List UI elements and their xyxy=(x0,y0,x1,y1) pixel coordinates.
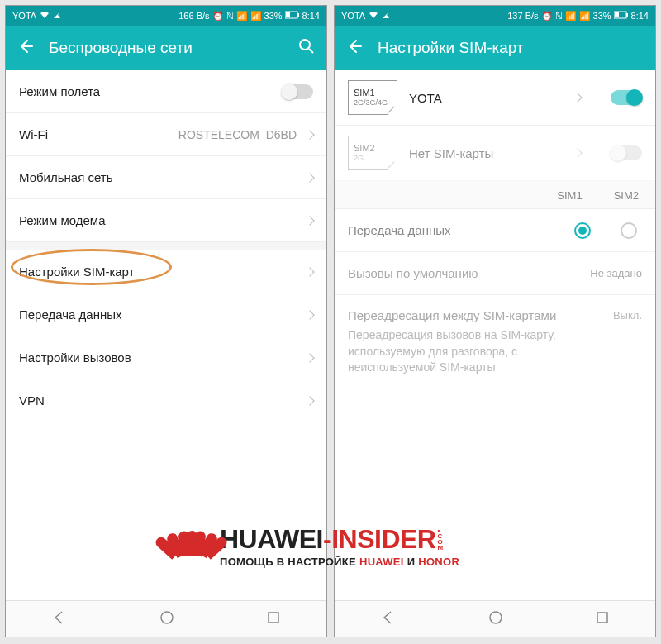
row-mobile-network[interactable]: Мобильная сеть xyxy=(6,156,326,199)
forwarding-title: Переадресация между SIM-картами xyxy=(348,307,563,324)
alarm-icon: ⏰ xyxy=(212,11,224,21)
net-speed: 166 B/s xyxy=(178,11,209,21)
svg-line-4 xyxy=(309,49,313,53)
row-vpn[interactable]: VPN xyxy=(6,379,326,422)
sim-slot-name: SIM2 xyxy=(354,144,392,153)
chevron-right-icon xyxy=(305,310,314,319)
send-icon xyxy=(53,11,61,21)
nav-back-icon[interactable] xyxy=(52,610,67,628)
nfc-icon: ℕ xyxy=(555,11,563,21)
row-call-forwarding[interactable]: Переадресация между SIM-картами Переадре… xyxy=(335,295,655,388)
signal-icon: 📶 xyxy=(236,11,248,21)
sim-slot-modes: 2G xyxy=(354,155,392,162)
nav-recent-icon[interactable] xyxy=(596,611,609,627)
carrier-label: YOTA xyxy=(12,11,36,21)
phone-wireless-settings: YOTA 166 B/s ⏰ ℕ 📶 📶 33% 8:14 xyxy=(5,5,327,637)
chevron-right-icon xyxy=(305,173,314,182)
clock: 8:14 xyxy=(302,11,320,21)
back-icon[interactable] xyxy=(346,38,363,58)
carrier-label: YOTA xyxy=(341,11,365,21)
row-sim-settings[interactable]: Настройки SIM-карт xyxy=(6,250,326,293)
header: Беспроводные сети xyxy=(6,26,326,70)
clock: 8:14 xyxy=(631,11,649,21)
row-data-transfer[interactable]: Передача данных xyxy=(6,293,326,336)
svg-point-10 xyxy=(490,612,502,623)
sim2-toggle xyxy=(611,145,642,160)
sim-slot-modes: 2G/3G/4G xyxy=(354,99,392,107)
row-wifi[interactable]: Wi-Fi ROSTELECOM_D6BD xyxy=(6,113,326,156)
row-label: VPN xyxy=(19,394,45,408)
radio-group xyxy=(574,222,637,239)
signal-icon: 📶 xyxy=(565,11,577,21)
row-data-transfer[interactable]: Передача данных xyxy=(335,209,655,252)
nav-home-icon[interactable] xyxy=(488,610,503,628)
forwarding-value: Выкл. xyxy=(613,308,642,323)
row-label: Передача данных xyxy=(19,308,122,322)
row-label: Настройки SIM-карт xyxy=(19,265,135,279)
sim-columns-header: SIM1 SIM2 xyxy=(335,181,655,209)
chevron-right-icon xyxy=(573,148,582,157)
sim-carrier: Нет SIM-карты xyxy=(409,146,563,160)
net-speed: 137 B/s xyxy=(507,11,538,21)
row-label: Настройки вызовов xyxy=(19,351,131,365)
sim1-row[interactable]: SIM1 2G/3G/4G YOTA xyxy=(335,70,655,126)
nav-bar xyxy=(6,600,326,637)
row-default-calls[interactable]: Вызовы по умолчанию Не задано xyxy=(335,252,655,295)
nav-back-icon[interactable] xyxy=(381,610,396,628)
status-bar: YOTA 166 B/s ⏰ ℕ 📶 📶 33% 8:14 xyxy=(6,6,326,26)
battery-icon xyxy=(285,11,300,21)
status-bar: YOTA 137 B/s ⏰ ℕ 📶 📶 33% 8:14 xyxy=(335,6,655,26)
phone-sim-settings: YOTA 137 B/s ⏰ ℕ 📶 📶 33% 8:14 xyxy=(334,5,656,637)
radio-sim2[interactable] xyxy=(621,222,637,239)
svg-point-3 xyxy=(300,40,310,50)
wifi-icon xyxy=(369,11,378,21)
row-tethering[interactable]: Режим модема xyxy=(6,199,326,242)
col-sim2: SIM2 xyxy=(614,189,639,202)
row-label: Режим модема xyxy=(19,213,106,227)
row-label: Мобильная сеть xyxy=(19,170,113,184)
settings-list: Режим полета Wi-Fi ROSTELECOM_D6BD Мобил… xyxy=(6,70,326,600)
svg-rect-1 xyxy=(286,12,290,17)
back-icon[interactable] xyxy=(17,38,34,58)
signal-icon-2: 📶 xyxy=(250,11,262,21)
nfc-icon: ℕ xyxy=(226,11,234,21)
row-label: Режим полета xyxy=(19,84,100,98)
row-value: Не задано xyxy=(590,267,642,279)
forwarding-desc: Переадресация вызовов на SIM-карту, испо… xyxy=(348,327,563,376)
page-title: Беспроводные сети xyxy=(49,39,283,57)
chevron-right-icon xyxy=(305,353,314,362)
nav-home-icon[interactable] xyxy=(159,610,174,628)
sim-carrier: YOTA xyxy=(409,91,563,105)
svg-rect-6 xyxy=(269,613,278,623)
airplane-toggle[interactable] xyxy=(282,84,313,99)
col-sim1: SIM1 xyxy=(557,189,582,202)
svg-point-5 xyxy=(161,612,173,623)
sim1-toggle[interactable] xyxy=(611,90,642,105)
sim2-row: SIM2 2G Нет SIM-карты xyxy=(335,126,655,181)
row-label: Передача данных xyxy=(348,223,451,237)
chevron-right-icon xyxy=(305,130,314,139)
wifi-icon xyxy=(40,11,50,21)
send-icon xyxy=(382,11,390,21)
page-title: Настройки SIM-карт xyxy=(378,39,644,57)
battery-pct: 33% xyxy=(264,11,283,21)
svg-rect-8 xyxy=(615,12,619,17)
row-airplane-mode[interactable]: Режим полета xyxy=(6,70,326,113)
sim-card-icon: SIM1 2G/3G/4G xyxy=(348,80,397,115)
sim-card-icon: SIM2 2G xyxy=(348,136,397,170)
chevron-right-icon xyxy=(305,267,314,276)
row-call-settings[interactable]: Настройки вызовов xyxy=(6,336,326,379)
header: Настройки SIM-карт xyxy=(335,26,655,70)
chevron-right-icon xyxy=(305,216,314,225)
section-divider xyxy=(6,242,326,250)
sim-slot-name: SIM1 xyxy=(354,88,392,98)
wifi-value: ROSTELECOM_D6BD xyxy=(178,128,297,141)
svg-rect-2 xyxy=(297,13,299,17)
battery-pct: 33% xyxy=(593,11,611,21)
nav-recent-icon[interactable] xyxy=(267,611,280,627)
search-icon[interactable] xyxy=(298,38,315,58)
svg-rect-9 xyxy=(626,13,628,17)
chevron-right-icon xyxy=(305,396,314,405)
radio-sim1[interactable] xyxy=(574,222,591,239)
chevron-right-icon xyxy=(573,93,582,102)
